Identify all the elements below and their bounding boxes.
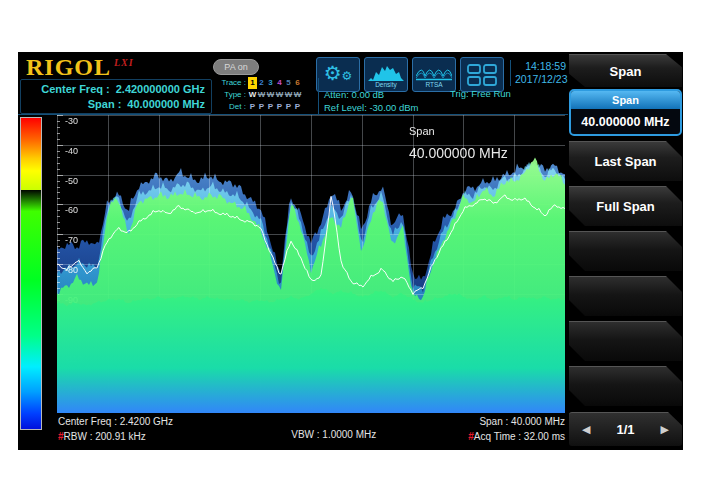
status-bar: Center Freq : 2.4200 GHz Span : 40.000 M… — [58, 414, 565, 448]
status-vbw: VBW : 1.0000 MHz — [291, 429, 376, 440]
status-span: Span : 40.000 MHz — [479, 414, 565, 429]
softkey-empty[interactable] — [569, 366, 682, 406]
menu-title-span: Span — [569, 54, 682, 87]
trace-cell: 2 — [257, 77, 266, 89]
softkey-empty[interactable] — [569, 321, 682, 361]
header-bar: RIGOLLXI PA on ⚙⚙ Density RTSA — [18, 52, 568, 115]
trace-cell: W — [257, 89, 266, 101]
pager-prev-icon[interactable]: ◀ — [582, 423, 590, 436]
trace-row-label: Type : — [216, 89, 246, 101]
atten-value: Atten: 0.00 dB — [324, 88, 419, 101]
trace-cell: W — [248, 89, 257, 101]
frequency-readout: Center Freq :2.420000000 GHz Span :40.00… — [20, 79, 212, 114]
trace-cell: 3 — [266, 77, 275, 89]
settings-button[interactable]: ⚙⚙ — [316, 57, 360, 92]
trace-cell: P — [248, 101, 257, 113]
softkey-menu: Span Span 40.000000 MHz Last Span Full S… — [568, 52, 683, 450]
softkey-full-span[interactable]: Full Span — [569, 186, 682, 226]
trace-cell: P — [266, 101, 275, 113]
trace-row-label: Trace : — [216, 77, 246, 89]
trace-cell: P — [293, 101, 302, 113]
trace-cell: P — [257, 101, 266, 113]
spectrum-plot[interactable]: Span 40.000000 MHz — [57, 115, 565, 413]
span-label: Span : — [88, 97, 122, 112]
center-freq-label: Center Freq : — [41, 82, 109, 97]
softkey-empty[interactable] — [569, 231, 682, 271]
logo-text: RIGOL — [26, 54, 111, 80]
trace-cell: P — [275, 101, 284, 113]
layout-button[interactable] — [460, 57, 504, 92]
trace-cell: 6 — [293, 77, 302, 89]
ref-level-value: Ref Level: -30.00 dBm — [324, 101, 419, 114]
amplitude-readout: Atten: 0.00 dB Ref Level: -30.00 dBm — [324, 88, 419, 114]
window-layout-icon — [467, 63, 497, 87]
softkey-empty[interactable] — [569, 276, 682, 316]
trace-cell: 1 — [248, 77, 257, 89]
softkey-span-label: Span — [571, 91, 680, 109]
softkey-pager: ◀ 1/1 ▶ — [569, 412, 682, 446]
rigol-logo: RIGOLLXI — [26, 54, 134, 81]
rtsa-waterfall-icon — [416, 62, 452, 82]
softkey-span-active[interactable]: Span 40.000000 MHz — [569, 89, 682, 136]
amplitude-colorbar — [20, 117, 42, 430]
trace-cell: 4 — [275, 77, 284, 89]
rtsa-button-label: RTSA — [425, 81, 442, 88]
trace-cell: 5 — [284, 77, 293, 89]
density-spectrum-icon — [368, 62, 404, 82]
pa-on-button[interactable]: PA on — [213, 59, 259, 75]
center-freq-value: 2.420000000 GHz — [116, 82, 205, 97]
trace-cell: W — [293, 89, 302, 101]
rtsa-button[interactable]: RTSA — [412, 57, 456, 92]
time-display: 14:18:59 — [515, 60, 566, 73]
span-overlay: Span 40.000000 MHz — [409, 125, 508, 161]
trigger-status: Trig: Free Run — [450, 88, 511, 99]
trace-cell: W — [266, 89, 275, 101]
span-value: 40.000000 MHz — [127, 97, 205, 112]
trace-cell: W — [284, 89, 293, 101]
status-center-freq: Center Freq : 2.4200 GHz — [58, 414, 173, 429]
softkey-last-span[interactable]: Last Span — [569, 141, 682, 181]
pager-next-icon[interactable]: ▶ — [661, 423, 669, 436]
density-button-label: Density — [375, 81, 397, 88]
trace-cell: W — [275, 89, 284, 101]
softkey-span-value: 40.000000 MHz — [571, 109, 680, 135]
span-overlay-value: 40.000000 MHz — [409, 145, 508, 161]
toolbar: ⚙⚙ Density RTSA — [316, 57, 504, 92]
trace-table: Trace :123456Type :WWWWWWDet :PPPPPP — [216, 77, 314, 113]
trace-cell: P — [284, 101, 293, 113]
header-divider — [318, 78, 319, 114]
date-display: 2017/12/23 — [515, 73, 566, 86]
lxi-badge: LXI — [114, 57, 134, 68]
status-acq-time: #Acq Time : 32.00 ms — [468, 429, 565, 444]
density-button[interactable]: Density — [364, 57, 408, 92]
status-rbw: #RBW : 200.91 kHz — [58, 429, 146, 444]
pager-page-label: 1/1 — [616, 422, 634, 437]
analyzer-screen: RIGOLLXI PA on ⚙⚙ Density RTSA — [18, 52, 683, 450]
trace-row-label: Det : — [216, 101, 246, 113]
clock: 14:18:59 2017/12/23 — [510, 60, 566, 86]
span-overlay-label: Span — [409, 125, 508, 137]
gear-icon: ⚙⚙ — [324, 63, 353, 86]
